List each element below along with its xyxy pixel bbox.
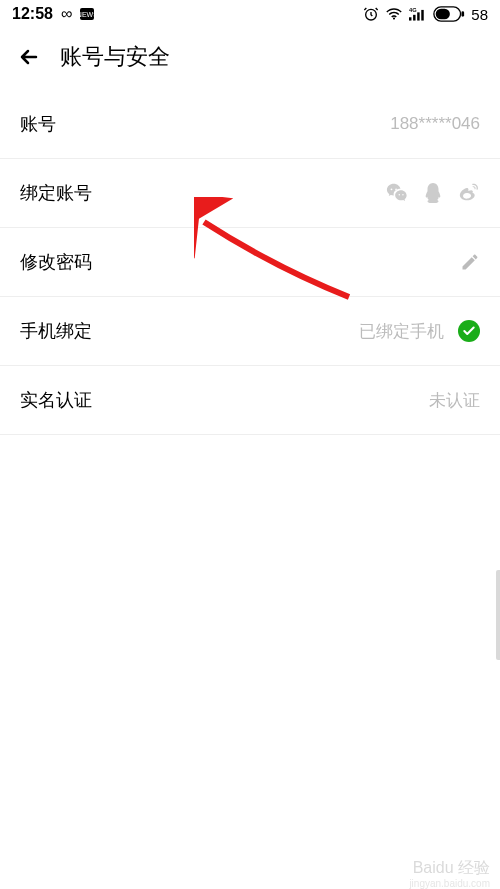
settings-list: 账号 188*****046 绑定账号 修改密码 手机绑定 已绑定手机 实名认证… — [0, 90, 500, 435]
signal-icon: 4G — [409, 7, 427, 21]
svg-rect-4 — [417, 12, 419, 20]
phone-bind-row[interactable]: 手机绑定 已绑定手机 — [0, 297, 500, 366]
bind-account-label: 绑定账号 — [20, 181, 92, 205]
alarm-icon — [363, 6, 379, 22]
news-icon: NEWS — [80, 8, 94, 20]
status-bar: 12:58 ∞ NEWS 4G 58 — [0, 0, 500, 28]
bind-account-row[interactable]: 绑定账号 — [0, 159, 500, 228]
watermark-url: jingyan.baidu.com — [409, 878, 490, 889]
phone-bind-label: 手机绑定 — [20, 319, 92, 343]
weibo-icon — [458, 182, 480, 204]
qq-icon — [422, 182, 444, 204]
back-button[interactable] — [16, 44, 42, 70]
real-name-status: 未认证 — [429, 389, 480, 412]
svg-rect-7 — [436, 9, 450, 20]
real-name-label: 实名认证 — [20, 388, 92, 412]
change-password-row[interactable]: 修改密码 — [0, 228, 500, 297]
check-icon — [462, 324, 476, 338]
svg-rect-3 — [413, 15, 415, 21]
account-row[interactable]: 账号 188*****046 — [0, 90, 500, 159]
real-name-row[interactable]: 实名认证 未认证 — [0, 366, 500, 435]
wifi-icon — [385, 7, 403, 21]
battery-icon — [433, 6, 465, 22]
change-password-label: 修改密码 — [20, 250, 92, 274]
battery-percent: 58 — [471, 6, 488, 23]
phone-bind-status: 已绑定手机 — [359, 320, 444, 343]
scroll-indicator — [496, 570, 500, 660]
account-label: 账号 — [20, 112, 56, 136]
svg-rect-8 — [462, 11, 465, 16]
svg-rect-5 — [422, 10, 424, 21]
page-title: 账号与安全 — [60, 42, 170, 72]
account-value: 188*****046 — [390, 114, 480, 134]
svg-text:4G: 4G — [409, 7, 417, 13]
arrow-left-icon — [17, 45, 41, 69]
watermark: Baidu 经验 — [413, 858, 490, 879]
svg-rect-2 — [409, 17, 411, 20]
pencil-icon — [460, 252, 480, 272]
wechat-icon — [386, 182, 408, 204]
infinity-icon: ∞ — [61, 5, 72, 23]
header: 账号与安全 — [0, 28, 500, 90]
status-time: 12:58 — [12, 5, 53, 23]
check-badge — [458, 320, 480, 342]
